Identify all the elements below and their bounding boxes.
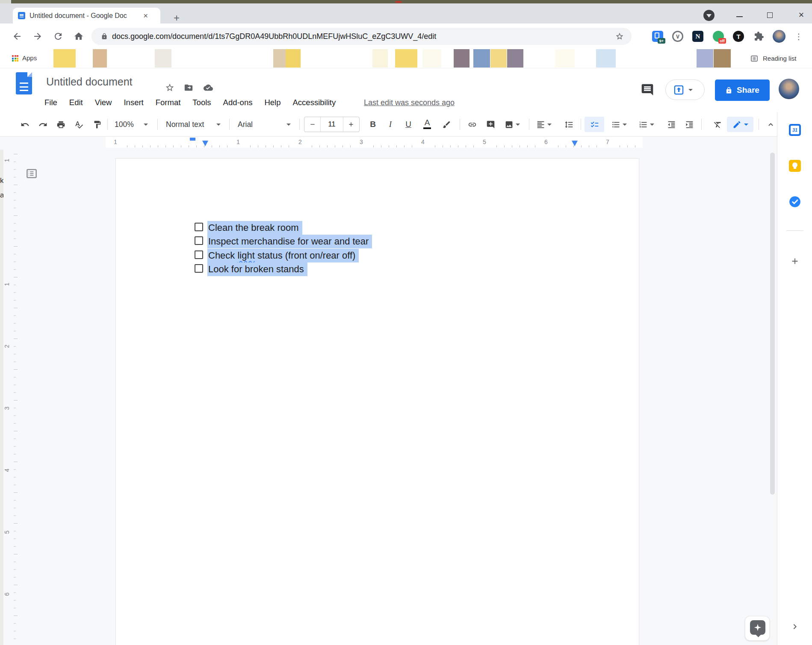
collapse-toolbar-button[interactable] — [763, 117, 778, 132]
bookmark-item-6[interactable] — [372, 49, 388, 68]
checkbox-unchecked[interactable] — [195, 250, 203, 259]
move-to-folder-icon[interactable] — [184, 83, 193, 92]
spellcheck-icon — [74, 120, 83, 129]
add-comment-button[interactable] — [483, 117, 498, 132]
menu-format[interactable]: Format — [156, 98, 181, 107]
menu-help[interactable]: Help — [264, 98, 281, 107]
bookmark-item-13[interactable] — [555, 49, 575, 68]
menu-tools[interactable]: Tools — [192, 98, 211, 107]
first-line-indent-marker[interactable] — [190, 138, 195, 141]
bookmark-item-12[interactable] — [507, 49, 523, 68]
bookmark-item-10[interactable] — [473, 49, 490, 68]
align-button[interactable] — [532, 117, 556, 132]
bookmark-item-7[interactable] — [395, 49, 417, 68]
bookmark-item-4[interactable] — [273, 49, 286, 68]
menu-view[interactable]: View — [95, 98, 112, 107]
clear-formatting-button[interactable] — [710, 117, 725, 132]
window-close-button[interactable]: × — [795, 9, 807, 21]
hide-side-panel-button[interactable] — [790, 621, 800, 632]
print-button[interactable] — [53, 117, 68, 132]
decrease-font-size-button[interactable] — [304, 117, 320, 132]
highlight-color-button[interactable] — [439, 117, 454, 132]
spellcheck-button[interactable] — [71, 117, 86, 132]
undo-button[interactable] — [17, 117, 32, 132]
document-scrollbar[interactable] — [770, 153, 775, 495]
insert-link-button[interactable] — [464, 117, 480, 132]
line-spacing-button[interactable] — [561, 117, 576, 132]
browser-profile-avatar[interactable] — [773, 30, 785, 43]
window-minimize-button[interactable] — [736, 16, 743, 17]
text-color-button[interactable]: A — [419, 117, 435, 132]
explore-button[interactable] — [745, 616, 770, 641]
font-select[interactable]: Arial — [233, 117, 295, 132]
share-button[interactable]: Share — [715, 80, 770, 101]
checkbox-unchecked[interactable] — [195, 236, 203, 245]
bookmark-item-2[interactable] — [93, 49, 107, 68]
workspace-extension-button[interactable]: 9+ — [652, 31, 663, 42]
tab-close-icon[interactable]: × — [143, 12, 148, 20]
bookmark-item-9[interactable] — [454, 49, 469, 68]
menu-edit[interactable]: Edit — [69, 98, 83, 107]
new-tab-button[interactable]: + — [170, 12, 183, 24]
browser-tab[interactable]: Untitled document - Google Doc × — [13, 8, 160, 24]
italic-button[interactable]: I — [383, 117, 398, 132]
bookmark-item-11[interactable] — [490, 49, 507, 68]
t-extension-button[interactable]: T — [733, 31, 744, 42]
star-document-icon[interactable] — [165, 83, 174, 92]
publish-pill-button[interactable] — [665, 80, 705, 100]
docs-logo-icon[interactable] — [16, 72, 32, 94]
paint-format-button[interactable] — [89, 117, 105, 132]
increase-indent-button[interactable] — [682, 117, 697, 132]
user-avatar[interactable] — [779, 79, 799, 99]
document-page[interactable]: Clean the break roomInspect merchandise … — [115, 158, 639, 645]
reading-list-label[interactable]: Reading list — [763, 55, 796, 62]
open-comment-history-icon[interactable] — [641, 83, 654, 97]
show-outline-button[interactable] — [24, 166, 39, 181]
font-size-field[interactable]: 11 — [320, 117, 343, 132]
bold-button[interactable]: B — [365, 117, 381, 132]
notion-extension-button[interactable]: N — [692, 31, 703, 42]
insert-image-button[interactable] — [500, 117, 524, 132]
bookmark-item-16[interactable] — [714, 49, 731, 68]
last-edit-status[interactable]: Last edit was seconds ago — [364, 98, 455, 107]
menu-addons[interactable]: Add-ons — [223, 98, 253, 107]
document-status-icon[interactable] — [204, 83, 213, 92]
honey-extension-button[interactable]: off — [713, 31, 724, 42]
tab-search-button[interactable] — [703, 10, 715, 21]
zoom-select[interactable]: 100% — [110, 117, 152, 132]
redo-button[interactable] — [35, 117, 50, 132]
reading-list-icon[interactable] — [750, 54, 759, 63]
get-addons-button[interactable] — [789, 256, 800, 267]
line-spacing-icon — [564, 120, 573, 129]
right-indent-marker[interactable] — [572, 141, 578, 146]
checkbox-unchecked[interactable] — [195, 223, 203, 231]
numbered-list-button[interactable] — [635, 117, 658, 132]
checkbox-unchecked[interactable] — [195, 264, 203, 273]
tasks-panel-button[interactable] — [789, 196, 801, 208]
menu-accessibility[interactable]: Accessibility — [293, 98, 336, 107]
underline-button[interactable]: U — [401, 117, 416, 132]
increase-font-size-button[interactable] — [343, 117, 359, 132]
extensions-puzzle-icon[interactable] — [753, 31, 765, 42]
keep-panel-button[interactable] — [789, 160, 801, 172]
document-title[interactable]: Untitled document — [46, 76, 133, 88]
calendar-panel-button[interactable]: 31 — [789, 124, 801, 136]
bookmark-item-8[interactable] — [422, 49, 441, 68]
pocket-extension-button[interactable]: ∨ — [672, 31, 683, 42]
window-maximize-button[interactable] — [767, 12, 773, 18]
bulleted-list-button[interactable] — [607, 117, 631, 132]
menu-file[interactable]: File — [44, 98, 57, 107]
bookmark-item-3[interactable] — [155, 49, 171, 68]
checklist-button[interactable] — [585, 117, 604, 132]
editing-mode-button[interactable] — [727, 117, 753, 132]
bookmark-item-5[interactable] — [286, 49, 301, 68]
bookmark-item-14[interactable] — [596, 49, 616, 68]
browser-menu-button[interactable]: ⋮ — [793, 30, 804, 42]
menu-insert[interactable]: Insert — [124, 98, 143, 107]
decrease-indent-button[interactable] — [664, 117, 679, 132]
left-indent-marker[interactable] — [202, 141, 208, 146]
paragraph-style-select[interactable]: Normal text — [162, 117, 225, 132]
browser-titlebar: Untitled document - Google Doc × + × — [0, 3, 812, 24]
bookmark-item-15[interactable] — [697, 49, 713, 68]
bookmark-item-1[interactable] — [53, 49, 76, 68]
